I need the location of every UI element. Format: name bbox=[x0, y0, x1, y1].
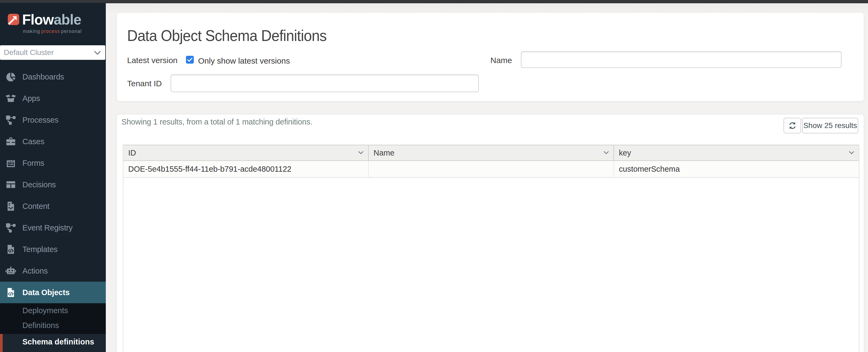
refresh-button[interactable] bbox=[783, 118, 801, 133]
cell-key: customerSchema bbox=[614, 161, 859, 177]
top-bar bbox=[0, 0, 868, 3]
sidebar-item-label: Dashboards bbox=[22, 72, 64, 81]
sidebar-item-label: Event Registry bbox=[22, 223, 72, 232]
chevron-down-icon[interactable] bbox=[603, 151, 609, 154]
sidebar-item-label: Decisions bbox=[22, 180, 56, 189]
sitemap-icon bbox=[5, 114, 17, 125]
sidebar-item-forms[interactable]: Forms bbox=[0, 152, 106, 174]
form-icon bbox=[5, 158, 17, 169]
robot-icon bbox=[5, 266, 17, 276]
refresh-icon bbox=[788, 121, 797, 130]
cluster-select[interactable]: Default Cluster bbox=[0, 45, 105, 60]
tenant-id-label: Tenant ID bbox=[127, 79, 162, 88]
sidebar-item-label: Cases bbox=[22, 137, 44, 146]
sidebar-item-label: Forms bbox=[22, 159, 44, 168]
sidebar-item-templates[interactable]: Templates bbox=[0, 239, 106, 260]
table-row[interactable]: DOE-5e4b1555-ff44-11eb-b791-acde48001122… bbox=[123, 161, 859, 178]
cell-name bbox=[369, 161, 614, 177]
brand-able: able bbox=[54, 11, 81, 28]
cluster-select-value: Default Cluster bbox=[4, 45, 54, 60]
filter-panel: Data Object Schema Definitions Latest ve… bbox=[117, 13, 864, 101]
brand-tagline: makingprocesspersonal bbox=[23, 29, 82, 34]
table-icon bbox=[5, 179, 17, 190]
column-header-id[interactable]: ID bbox=[123, 145, 369, 161]
submenu-item-definitions[interactable]: Definitions bbox=[0, 318, 106, 333]
sidebar-item-label: Actions bbox=[22, 267, 48, 276]
briefcase-icon bbox=[5, 136, 17, 147]
latest-version-label: Latest version bbox=[127, 56, 178, 65]
brand-flow: Flow bbox=[22, 11, 54, 28]
pie-chart-icon bbox=[5, 71, 17, 82]
check-icon bbox=[187, 58, 193, 62]
results-table: ID Name key DOE-5e4b1555-ff44-11eb-b791-… bbox=[123, 145, 859, 352]
name-input[interactable] bbox=[521, 51, 842, 68]
chevron-down-icon[interactable] bbox=[358, 151, 364, 154]
name-label: Name bbox=[490, 56, 512, 65]
sidebar-item-label: Content bbox=[22, 202, 50, 211]
sidebar-item-processes[interactable]: Processes bbox=[0, 109, 106, 131]
tenant-id-input[interactable] bbox=[170, 74, 479, 92]
sidebar-item-apps[interactable]: Apps bbox=[0, 87, 106, 109]
show-results-button[interactable]: Show 25 results bbox=[802, 118, 858, 133]
submenu-item-deployments[interactable]: Deployments bbox=[0, 303, 106, 318]
column-header-name[interactable]: Name bbox=[369, 145, 614, 161]
open-box-icon bbox=[5, 94, 17, 103]
chevron-down-icon[interactable] bbox=[848, 151, 855, 154]
sidebar-item-label: Data Objects bbox=[22, 288, 70, 297]
sidebar-item-content[interactable]: Content bbox=[0, 196, 106, 217]
data-objects-submenu: Deployments Definitions Schema definitio… bbox=[0, 303, 106, 352]
sitemap-icon bbox=[5, 222, 17, 233]
sidebar-item-label: Apps bbox=[22, 94, 40, 103]
sidebar-item-event-registry[interactable]: Event Registry bbox=[0, 217, 106, 239]
chevron-down-icon bbox=[94, 51, 101, 55]
sidebar-nav: Dashboards Apps Processes Cases Forms De… bbox=[0, 66, 106, 303]
brand-logo: Flowable bbox=[22, 11, 81, 28]
results-panel: Showing 1 results, from a total of 1 mat… bbox=[117, 114, 864, 352]
file-chart-icon bbox=[5, 201, 17, 212]
file-code-icon bbox=[5, 244, 17, 255]
sidebar-item-dashboards[interactable]: Dashboards bbox=[0, 66, 106, 87]
sidebar-item-decisions[interactable]: Decisions bbox=[0, 174, 106, 196]
main-content: Data Object Schema Definitions Latest ve… bbox=[106, 3, 868, 352]
only-show-latest-checkbox[interactable] bbox=[186, 56, 194, 64]
sidebar-item-actions[interactable]: Actions bbox=[0, 260, 106, 282]
table-header-row: ID Name key bbox=[123, 145, 859, 161]
sidebar-item-data-objects[interactable]: Data Objects bbox=[0, 282, 106, 303]
only-show-latest-label: Only show latest versions bbox=[198, 56, 290, 66]
column-header-key[interactable]: key bbox=[614, 145, 859, 161]
flowable-logo-icon bbox=[7, 13, 20, 26]
results-summary: Showing 1 results, from a total of 1 mat… bbox=[121, 117, 312, 127]
sidebar-item-label: Processes bbox=[22, 116, 59, 125]
submenu-item-schema-definitions[interactable]: Schema definitions bbox=[0, 334, 106, 352]
file-code-icon bbox=[5, 287, 17, 298]
page-title: Data Object Schema Definitions bbox=[127, 27, 327, 44]
sidebar: Flowable makingprocesspersonal Default C… bbox=[0, 3, 106, 352]
sidebar-item-label: Templates bbox=[22, 245, 58, 254]
cell-id: DOE-5e4b1555-ff44-11eb-b791-acde48001122 bbox=[123, 161, 369, 177]
sidebar-item-cases[interactable]: Cases bbox=[0, 131, 106, 152]
